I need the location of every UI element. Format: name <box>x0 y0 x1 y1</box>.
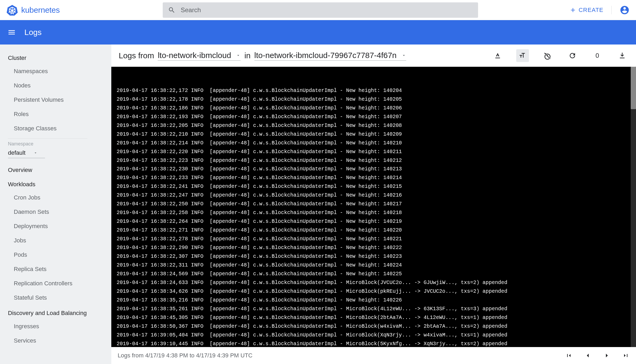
log-line: 2019-04-17 16:39:10,445 INFO [appender-4… <box>117 340 631 347</box>
sidebar-header-workloads[interactable]: Workloads <box>0 176 111 190</box>
sidebar-item-namespaces[interactable]: Namespaces <box>0 64 111 78</box>
log-line: 2019-04-17 16:38:22,258 INFO [appender-4… <box>117 208 631 217</box>
log-line: 2019-04-17 16:38:22,230 INFO [appender-4… <box>117 165 631 174</box>
logs-footer: Logs from 4/17/19 4:38 PM to 4/17/19 4:3… <box>111 347 636 364</box>
page-blue-bar: Logs <box>0 20 636 45</box>
plus-icon <box>569 7 576 14</box>
log-line: 2019-04-17 16:38:22,278 INFO [appender-4… <box>117 235 631 243</box>
log-line: 2019-04-17 16:38:22,250 INFO [appender-4… <box>117 200 631 208</box>
log-line: 2019-04-17 16:38:22,210 INFO [appender-4… <box>117 130 631 139</box>
page-title: Logs <box>24 28 42 37</box>
sidebar: Cluster NamespacesNodesPersistent Volume… <box>0 45 111 364</box>
log-line: 2019-04-17 16:38:22,264 INFO [appender-4… <box>117 217 631 226</box>
log-actions: 0 <box>491 49 629 62</box>
chevron-down-icon <box>33 151 38 155</box>
log-line: 2019-04-17 16:38:22,214 INFO [appender-4… <box>117 139 631 148</box>
sidebar-item-daemon-sets[interactable]: Daemon Sets <box>0 205 111 219</box>
sidebar-item-ingresses[interactable]: Ingresses <box>0 319 111 334</box>
previous-count[interactable]: 0 <box>591 49 604 62</box>
divider <box>8 138 87 139</box>
container-select[interactable]: lto-network-ibmcloud <box>158 51 241 61</box>
sidebar-item-services[interactable]: Services <box>0 334 111 348</box>
vertical-divider <box>611 6 612 14</box>
search-input[interactable] <box>181 6 473 14</box>
top-header: kubernetes CREATE <box>0 0 636 20</box>
create-button[interactable]: CREATE <box>569 7 603 14</box>
main: Logs from lto-network-ibmcloud in lto-ne… <box>111 45 636 364</box>
log-line: 2019-04-17 16:38:34,626 INFO [appender-4… <box>117 287 631 296</box>
sidebar-item-deployments[interactable]: Deployments <box>0 219 111 233</box>
log-line: 2019-04-17 16:38:45,305 INFO [appender-4… <box>117 313 631 322</box>
log-line: 2019-04-17 16:38:22,290 INFO [appender-4… <box>117 243 631 252</box>
log-line: 2019-04-17 16:38:35,261 INFO [appender-4… <box>117 305 631 313</box>
sidebar-item-persistent-volumes[interactable]: Persistent Volumes <box>0 93 111 107</box>
log-line: 2019-04-17 16:38:22,233 INFO [appender-4… <box>117 174 631 182</box>
namespace-label: Namespace <box>0 141 111 147</box>
sidebar-item-replica-sets[interactable]: Replica Sets <box>0 262 111 276</box>
underline <box>8 158 45 158</box>
kubernetes-logo-icon <box>6 4 18 16</box>
brand-name: kubernetes <box>21 6 60 15</box>
sidebar-item-stateful-sets[interactable]: Stateful Sets <box>0 291 111 305</box>
log-viewer[interactable]: 2019-04-17 16:38:22,172 INFO [appender-4… <box>111 67 636 347</box>
last-page-button[interactable] <box>622 352 630 359</box>
logs-toolbar: Logs from lto-network-ibmcloud in lto-ne… <box>111 45 636 67</box>
log-line: 2019-04-17 16:38:35,216 INFO [appender-4… <box>117 296 631 305</box>
sidebar-overview[interactable]: Overview <box>0 162 111 176</box>
log-line: 2019-04-17 16:38:22,193 INFO [appender-4… <box>117 113 631 121</box>
scrollbar-thumb[interactable] <box>631 67 636 109</box>
sidebar-item-jobs[interactable]: Jobs <box>0 233 111 248</box>
log-line: 2019-04-17 16:38:22,247 INFO [appender-4… <box>117 191 631 200</box>
sidebar-item-replication-controllers[interactable]: Replication Controllers <box>0 276 111 291</box>
pagination <box>565 352 630 359</box>
namespace-value: default <box>8 149 25 156</box>
log-line: 2019-04-17 16:38:22,172 INFO [appender-4… <box>117 86 631 95</box>
time-range: Logs from 4/17/19 4:38 PM to 4/17/19 4:3… <box>118 352 253 359</box>
scrollbar[interactable] <box>631 67 636 347</box>
svg-rect-9 <box>622 53 623 56</box>
chevron-down-icon <box>236 53 241 58</box>
first-page-button[interactable] <box>565 352 572 359</box>
logs-from-label: Logs from <box>119 51 154 60</box>
sidebar-item-nodes[interactable]: Nodes <box>0 78 111 93</box>
sidebar-item-cron-jobs[interactable]: Cron Jobs <box>0 190 111 205</box>
sidebar-header-cluster[interactable]: Cluster <box>0 50 111 64</box>
log-line: 2019-04-17 16:38:22,223 INFO [appender-4… <box>117 156 631 165</box>
header-actions: CREATE <box>559 5 630 15</box>
logs-card: Logs from lto-network-ibmcloud in lto-ne… <box>111 45 636 364</box>
logs-in-label: in <box>244 51 250 60</box>
log-line: 2019-04-17 16:38:50,367 INFO [appender-4… <box>117 322 631 331</box>
sidebar-item-pods[interactable]: Pods <box>0 248 111 262</box>
log-line: 2019-04-17 16:38:24,633 INFO [appender-4… <box>117 278 631 287</box>
font-size-button[interactable] <box>516 49 529 62</box>
log-line: 2019-04-17 16:38:22,178 INFO [appender-4… <box>117 95 631 104</box>
sidebar-header-discovery[interactable]: Discovery and Load Balancing <box>0 305 111 319</box>
sidebar-item-storage-classes[interactable]: Storage Classes <box>0 121 111 136</box>
next-page-button[interactable] <box>603 352 611 359</box>
sidebar-item-roles[interactable]: Roles <box>0 107 111 121</box>
log-line: 2019-04-17 16:38:22,311 INFO [appender-4… <box>117 261 631 270</box>
log-line: 2019-04-17 16:38:22,220 INFO [appender-4… <box>117 148 631 156</box>
chevron-down-icon <box>401 53 406 58</box>
log-line: 2019-04-17 16:38:24,569 INFO [appender-4… <box>117 270 631 278</box>
prev-page-button[interactable] <box>584 352 591 359</box>
toggle-timestamps-button[interactable] <box>541 49 554 62</box>
brand[interactable]: kubernetes <box>6 4 163 16</box>
namespace-select[interactable]: default <box>0 147 111 158</box>
account-icon[interactable] <box>620 5 630 15</box>
download-button[interactable] <box>616 49 629 62</box>
search-icon <box>168 6 175 14</box>
log-line: 2019-04-17 16:38:22,307 INFO [appender-4… <box>117 252 631 261</box>
search-box[interactable] <box>163 2 478 18</box>
refresh-button[interactable] <box>566 49 579 62</box>
pod-select[interactable]: lto-network-ibmcloud-79967c7787-4f67n <box>254 51 406 61</box>
create-label: CREATE <box>578 7 603 14</box>
log-line: 2019-04-17 16:39:05,404 INFO [appender-4… <box>117 331 631 340</box>
log-line: 2019-04-17 16:38:22,271 INFO [appender-4… <box>117 226 631 235</box>
pod-value: lto-network-ibmcloud-79967c7787-4f67n <box>254 51 397 60</box>
menu-icon[interactable] <box>7 28 16 37</box>
container-value: lto-network-ibmcloud <box>158 51 231 60</box>
toggle-color-button[interactable] <box>491 49 504 62</box>
count-value: 0 <box>595 52 599 59</box>
log-line: 2019-04-17 16:38:22,186 INFO [appender-4… <box>117 104 631 113</box>
